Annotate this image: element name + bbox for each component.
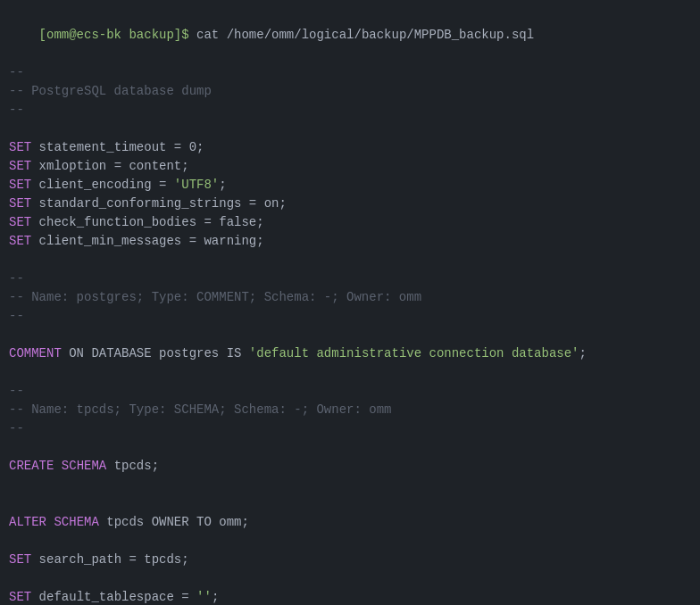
text-part: '': [196, 590, 212, 604]
line-26: SET search_path = tpcds;: [9, 551, 691, 569]
prompt-line: [omm@ecs-bk backup]$ cat /home/omm/logic…: [9, 7, 691, 63]
line-21: CREATE SCHEMA tpcds;: [9, 457, 691, 476]
text-part: SET: [9, 178, 31, 192]
text-part: SET: [9, 159, 31, 173]
text-part: tpcds;: [106, 459, 159, 473]
text-part: SET: [9, 590, 31, 604]
line-4: SET statement_timeout = 0;: [9, 138, 691, 157]
line-27: [9, 569, 691, 588]
text-part: ;: [212, 590, 219, 604]
text-part: default_tablespace =: [31, 590, 196, 604]
text-part: standard_conforming_strings = on;: [31, 196, 287, 211]
text-part: ;: [219, 178, 226, 192]
text-part: SET: [9, 215, 31, 229]
line-28: SET default_tablespace = '';: [9, 588, 691, 605]
line-10: [9, 251, 691, 269]
line-0: --: [9, 63, 691, 82]
text-part: client_encoding =: [31, 178, 174, 192]
text-part: client_min_messages = warning;: [31, 234, 263, 248]
line-18: -- Name: tpcds; Type: SCHEMA; Schema: -;…: [9, 401, 691, 419]
text-part: SET: [9, 552, 31, 567]
line-22: [9, 476, 691, 494]
line-14: [9, 326, 691, 344]
text-part: 'UTF8': [174, 178, 219, 192]
terminal: [omm@ecs-bk backup]$ cat /home/omm/logic…: [0, 0, 700, 605]
line-17: --: [9, 382, 691, 401]
text-part: CREATE: [9, 459, 54, 473]
line-20: [9, 438, 691, 457]
text-part: 'default administrative connection datab…: [249, 346, 579, 361]
text-part: SET: [9, 234, 31, 248]
line-6: SET client_encoding = 'UTF8';: [9, 176, 691, 195]
line-15: COMMENT ON DATABASE postgres IS 'default…: [9, 344, 691, 363]
text-part: SCHEMA: [54, 515, 98, 529]
command: cat /home/omm/logical/backup/MPPDB_backu…: [196, 28, 534, 42]
text-part: [54, 459, 61, 473]
line-13: --: [9, 307, 691, 326]
line-5: SET xmloption = content;: [9, 157, 691, 176]
line-23: [9, 494, 691, 513]
text-part: ;: [579, 346, 587, 361]
line-11: --: [9, 269, 691, 288]
text-part: ON DATABASE postgres IS: [62, 346, 249, 361]
line-19: --: [9, 419, 691, 438]
line-7: SET standard_conforming_strings = on;: [9, 195, 691, 213]
text-part: SET: [9, 196, 31, 211]
text-part: ALTER: [9, 515, 46, 529]
line-12: -- Name: postgres; Type: COMMENT; Schema…: [9, 288, 691, 307]
text-part: COMMENT: [9, 346, 62, 361]
line-16: [9, 363, 691, 382]
line-3: [9, 120, 691, 138]
prompt: [omm@ecs-bk backup]$: [39, 28, 196, 42]
text-part: tpcds OWNER TO omm;: [99, 515, 249, 529]
text-part: statement_timeout = 0;: [31, 140, 204, 154]
text-part: check_function_bodies = false;: [31, 215, 263, 229]
line-24: ALTER SCHEMA tpcds OWNER TO omm;: [9, 513, 691, 532]
text-part: xmloption = content;: [31, 159, 188, 173]
line-9: SET client_min_messages = warning;: [9, 232, 691, 251]
text-part: SET: [9, 140, 31, 154]
line-2: --: [9, 101, 691, 120]
line-25: [9, 532, 691, 551]
line-8: SET check_function_bodies = false;: [9, 213, 691, 232]
text-part: SCHEMA: [62, 459, 106, 473]
line-1: -- PostgreSQL database dump: [9, 82, 691, 101]
text-part: search_path = tpcds;: [31, 552, 188, 567]
